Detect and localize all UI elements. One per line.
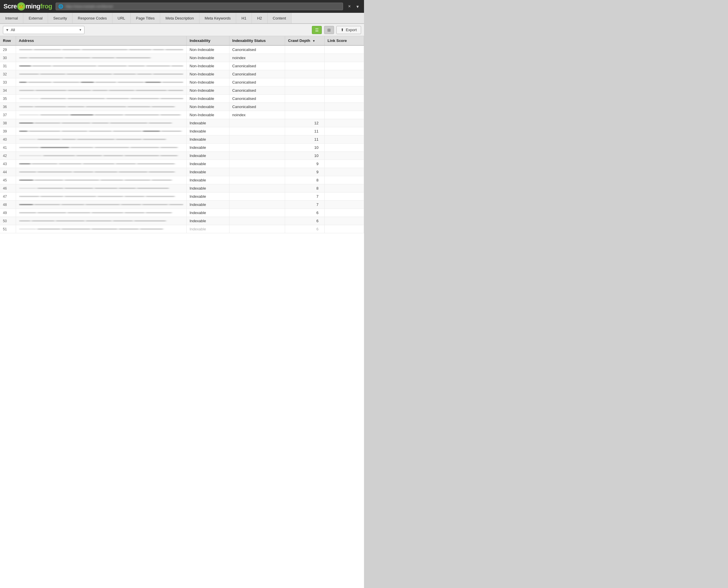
- cell-row-num: 34: [0, 86, 16, 94]
- table-row: 48Indexable7: [0, 201, 364, 209]
- nav-tabs: Internal External Security Response Code…: [0, 13, 364, 24]
- col-header-indexability-status[interactable]: Indexability Status: [229, 36, 285, 45]
- cell-link-score: [324, 103, 364, 111]
- cell-row-num: 40: [0, 135, 16, 144]
- cell-link-score: [324, 209, 364, 217]
- tab-url[interactable]: URL: [112, 13, 131, 23]
- cell-crawl-depth: 7: [285, 201, 324, 209]
- cell-row-num: 44: [0, 168, 16, 176]
- tab-content[interactable]: Content: [267, 13, 292, 23]
- cell-crawl-depth: [285, 45, 324, 54]
- cell-indexability: Indexable: [187, 201, 230, 209]
- cell-link-score: [324, 54, 364, 62]
- cell-indexability-status: [229, 225, 285, 233]
- table-row: 30Non-Indexablenoindex: [0, 54, 364, 62]
- cell-link-score: [324, 192, 364, 201]
- cell-indexability: Non-Indexable: [187, 70, 230, 78]
- cell-row-num: 35: [0, 94, 16, 103]
- cell-indexability: Indexable: [187, 209, 230, 217]
- cell-address: [16, 94, 186, 103]
- tab-meta-description[interactable]: Meta Description: [160, 13, 199, 23]
- list-view-icon: ☰: [315, 28, 319, 32]
- cell-indexability-status: Canonicalised: [229, 78, 285, 86]
- cell-row-num: 38: [0, 119, 16, 127]
- cell-crawl-depth: 7: [285, 192, 324, 201]
- cell-indexability-status: noindex: [229, 111, 285, 119]
- table-row: 50Indexable6: [0, 217, 364, 225]
- table-row: 45Indexable8: [0, 176, 364, 184]
- tab-h2[interactable]: H2: [252, 13, 267, 23]
- cell-row-num: 45: [0, 176, 16, 184]
- cell-indexability: Non-Indexable: [187, 111, 230, 119]
- table-header-row: Row Address Indexability Indexability St…: [0, 36, 364, 45]
- table-row: 42Indexable10: [0, 152, 364, 160]
- logo-text-scre: Scre: [3, 3, 17, 10]
- cell-indexability: Non-Indexable: [187, 45, 230, 54]
- cell-indexability-status: Canonicalised: [229, 70, 285, 78]
- toolbar: ▼ All ▼ ☰ ⊞ ⬆ Export: [0, 24, 364, 36]
- url-bar[interactable]: 🌐 https://www.example.com/blurred: [56, 3, 343, 10]
- cell-link-score: [324, 217, 364, 225]
- view-list-button[interactable]: ☰: [312, 26, 322, 34]
- table-row: 43Indexable9: [0, 160, 364, 168]
- table-row: 41Indexable10: [0, 144, 364, 152]
- cell-address: [16, 192, 186, 201]
- cell-row-num: 29: [0, 45, 16, 54]
- tab-internal[interactable]: Internal: [0, 13, 23, 23]
- cell-indexability-status: [229, 217, 285, 225]
- tab-h1[interactable]: H1: [236, 13, 252, 23]
- cell-crawl-depth: [285, 111, 324, 119]
- cell-address: [16, 152, 186, 160]
- cell-indexability-status: Canonicalised: [229, 103, 285, 111]
- table-row: 33Non-IndexableCanonicalised: [0, 78, 364, 86]
- tab-page-titles[interactable]: Page Titles: [131, 13, 160, 23]
- cell-address: [16, 144, 186, 152]
- tab-meta-keywords[interactable]: Meta Keywords: [199, 13, 236, 23]
- table-row: 44Indexable9: [0, 168, 364, 176]
- cell-address: [16, 103, 186, 111]
- data-table-container[interactable]: Row Address Indexability Indexability St…: [0, 36, 364, 588]
- close-button[interactable]: ×: [346, 3, 352, 9]
- cell-crawl-depth: 12: [285, 119, 324, 127]
- cell-indexability: Indexable: [187, 217, 230, 225]
- cell-link-score: [324, 135, 364, 144]
- cell-crawl-depth: 10: [285, 152, 324, 160]
- tab-security[interactable]: Security: [48, 13, 72, 23]
- table-row: 40Indexable11: [0, 135, 364, 144]
- tab-response-codes[interactable]: Response Codes: [72, 13, 112, 23]
- cell-crawl-depth: 10: [285, 144, 324, 152]
- cell-address: [16, 225, 186, 233]
- cell-crawl-depth: [285, 94, 324, 103]
- tab-external[interactable]: External: [23, 13, 48, 23]
- cell-link-score: [324, 152, 364, 160]
- view-tree-button[interactable]: ⊞: [324, 26, 334, 34]
- filter-dropdown[interactable]: ▼ All ▼: [3, 26, 84, 34]
- cell-row-num: 46: [0, 184, 16, 192]
- col-header-link-score[interactable]: Link Score: [324, 36, 364, 45]
- cell-indexability-status: Canonicalised: [229, 62, 285, 70]
- cell-crawl-depth: 6: [285, 209, 324, 217]
- col-header-indexability[interactable]: Indexability: [187, 36, 230, 45]
- cell-crawl-depth: [285, 62, 324, 70]
- titlebar: Scre 🐸 mingfrog 🌐 https://www.example.co…: [0, 0, 364, 13]
- table-row: 31Non-IndexableCanonicalised: [0, 62, 364, 70]
- cell-address: [16, 168, 186, 176]
- export-button[interactable]: ⬆ Export: [336, 26, 361, 34]
- cell-indexability: Non-Indexable: [187, 54, 230, 62]
- cell-indexability-status: Canonicalised: [229, 45, 285, 54]
- cell-crawl-depth: 11: [285, 127, 324, 135]
- dropdown-button[interactable]: ▾: [355, 3, 361, 9]
- cell-crawl-depth: 6: [285, 225, 324, 233]
- table-row: 36Non-IndexableCanonicalised: [0, 103, 364, 111]
- cell-address: [16, 54, 186, 62]
- table-row: 34Non-IndexableCanonicalised: [0, 86, 364, 94]
- table-row: 49Indexable6: [0, 209, 364, 217]
- cell-row-num: 51: [0, 225, 16, 233]
- cell-link-score: [324, 127, 364, 135]
- cell-indexability: Indexable: [187, 168, 230, 176]
- table-row: 39Indexable11: [0, 127, 364, 135]
- logo-frog-icon: 🐸: [17, 2, 25, 10]
- cell-row-num: 41: [0, 144, 16, 152]
- col-header-crawl-depth[interactable]: Crawl Depth ▼: [285, 36, 324, 45]
- filter-label: All: [11, 28, 77, 32]
